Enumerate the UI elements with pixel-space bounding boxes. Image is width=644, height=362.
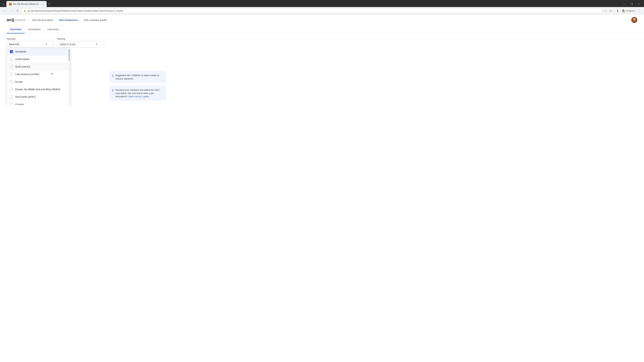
arc-guide-link[interactable]: Check out Arc's guide. bbox=[128, 95, 150, 98]
forward-button[interactable]: → bbox=[8, 8, 14, 13]
specialty-value: Back-end bbox=[9, 43, 19, 45]
page-tabs: Overview Candidates Interviews bbox=[0, 25, 644, 33]
dropdown-label-europe: Europe bbox=[15, 80, 23, 83]
suggested-rate-card: ℹ Suggested rate: US$40/hr or higher bas… bbox=[109, 71, 166, 83]
window-restore-button[interactable]: ❐ bbox=[628, 1, 635, 7]
specialty-dropdown-arrow: ▼ bbox=[46, 43, 48, 45]
address-bar[interactable]: 🔒 arc.dev/dashboard/requests/kdyp4k9q28/… bbox=[21, 8, 602, 13]
dropdown-item-europe[interactable]: Europe bbox=[7, 78, 70, 86]
dropdown-label-us: United States bbox=[15, 58, 29, 60]
logo-sub: Freelance bbox=[16, 19, 25, 21]
dropdown-item-us[interactable]: United States bbox=[7, 55, 70, 63]
bookmark-button[interactable]: ☆ bbox=[603, 8, 608, 13]
lock-icon: 🔒 bbox=[24, 9, 26, 12]
dropdown-label-north-america: North America bbox=[15, 65, 30, 68]
dropdown-label-oceania: Oceania bbox=[15, 103, 24, 105]
checkbox-worldwide: ✓ bbox=[10, 50, 13, 53]
new-tab-button[interactable]: + bbox=[46, 1, 52, 7]
suggested-rate-text: Suggested rate: US$40/hr or higher based… bbox=[116, 74, 163, 80]
download-button[interactable]: ⬇ bbox=[616, 8, 620, 13]
extension-button[interactable]: ⬡ bbox=[608, 8, 613, 13]
tab-overview[interactable]: Overview bbox=[7, 25, 25, 33]
seniority-label: Seniority bbox=[57, 37, 104, 40]
dropdown-label-worldwide: Worldwide bbox=[15, 50, 26, 53]
tab-close-icon[interactable]: × bbox=[42, 3, 44, 5]
incognito-label: Incognito bbox=[626, 9, 634, 12]
checkbox-emea bbox=[10, 88, 13, 91]
svg-point-1 bbox=[632, 21, 636, 23]
avatar[interactable] bbox=[631, 17, 637, 23]
seniority-arrow-icon: ▼ bbox=[96, 43, 98, 45]
dropdown-item-north-america[interactable]: North America bbox=[7, 63, 70, 70]
dropdown-label-apac: Asia Pacific (APAC) bbox=[15, 95, 36, 98]
dropdown-label-latam: Latin America (LATAM) bbox=[15, 73, 39, 76]
url-text: arc.dev/dashboard/requests/kdyp4k9q28/ov… bbox=[28, 9, 123, 12]
job-description-card: ℹ Introduce your company and outline the… bbox=[109, 86, 166, 101]
specialty-label: Specialty bbox=[7, 37, 54, 40]
header-nav: Hire full-time talent Hire freelancers E… bbox=[32, 18, 107, 21]
checkbox-latam bbox=[10, 73, 13, 76]
tab-interviews[interactable]: Interviews bbox=[44, 25, 62, 33]
more-button[interactable]: ⋮ bbox=[637, 8, 642, 13]
back-button[interactable]: ← bbox=[2, 8, 8, 13]
logo-text: arc() bbox=[7, 18, 14, 22]
seniority-field: Seniority Junior (1-3 yrs) ▼ bbox=[57, 37, 104, 47]
tab-favicon: A bbox=[9, 3, 12, 5]
svg-point-0 bbox=[633, 18, 636, 21]
browser-tab[interactable]: A Hire Top Remote Software Dev... × bbox=[6, 1, 46, 7]
checkbox-apac bbox=[10, 95, 13, 98]
incognito-button[interactable]: 🕵 Incognito bbox=[621, 9, 636, 13]
dropdown-item-oceania[interactable]: Oceania bbox=[7, 101, 70, 105]
app-header: arc() Freelance Hire full-time talent Hi… bbox=[0, 14, 644, 25]
incognito-icon: 🕵 bbox=[622, 9, 625, 12]
window-close-button[interactable]: × bbox=[635, 1, 643, 7]
nav-edit-company[interactable]: Edit company profile bbox=[84, 18, 107, 21]
logo[interactable]: arc() Freelance bbox=[7, 18, 25, 22]
dropdown-item-emea[interactable]: Europe, the Middle East and Africa (EMEA… bbox=[7, 86, 70, 93]
dropdown-item-apac[interactable]: Asia Pacific (APAC) bbox=[7, 93, 70, 101]
checkbox-oceania bbox=[10, 103, 13, 105]
info-icon-1: ℹ bbox=[112, 74, 113, 80]
dropdown-item-latam[interactable]: Latin America (LATAM) bbox=[7, 70, 70, 78]
job-description-text: Introduce your company and outline the r… bbox=[116, 88, 163, 98]
specialty-select[interactable]: Back-end ▼ bbox=[7, 41, 54, 47]
location-dropdown: ✓ Worldwide United States North America bbox=[7, 48, 70, 105]
seniority-select[interactable]: Junior (1-3 yrs) ▼ bbox=[57, 41, 104, 47]
info-icon-2: ℹ bbox=[112, 88, 113, 98]
checkbox-us bbox=[10, 58, 13, 61]
nav-hire-fulltime[interactable]: Hire full-time talent bbox=[32, 18, 53, 21]
dropdown-label-emea: Europe, the Middle East and Africa (EMEA… bbox=[15, 88, 60, 91]
nav-hire-freelancers[interactable]: Hire freelancers bbox=[59, 18, 78, 21]
specialty-field-container: Specialty Back-end ▼ ✓ Worldwide bbox=[7, 37, 54, 47]
spaces-button[interactable]: ◂ bbox=[1, 1, 6, 7]
window-minimize-button[interactable]: — bbox=[620, 1, 628, 7]
refresh-button[interactable]: ↻ bbox=[15, 8, 20, 13]
seniority-value: Junior (1-3 yrs) bbox=[60, 43, 75, 45]
right-sidebar: ℹ Suggested rate: US$40/hr or higher bas… bbox=[109, 37, 166, 101]
tab-candidates[interactable]: Candidates bbox=[25, 25, 44, 33]
checkbox-europe bbox=[10, 80, 13, 83]
tab-title: Hire Top Remote Software Dev... bbox=[13, 3, 41, 5]
dropdown-item-worldwide[interactable]: ✓ Worldwide bbox=[7, 48, 70, 55]
checkbox-north-america bbox=[10, 65, 13, 68]
